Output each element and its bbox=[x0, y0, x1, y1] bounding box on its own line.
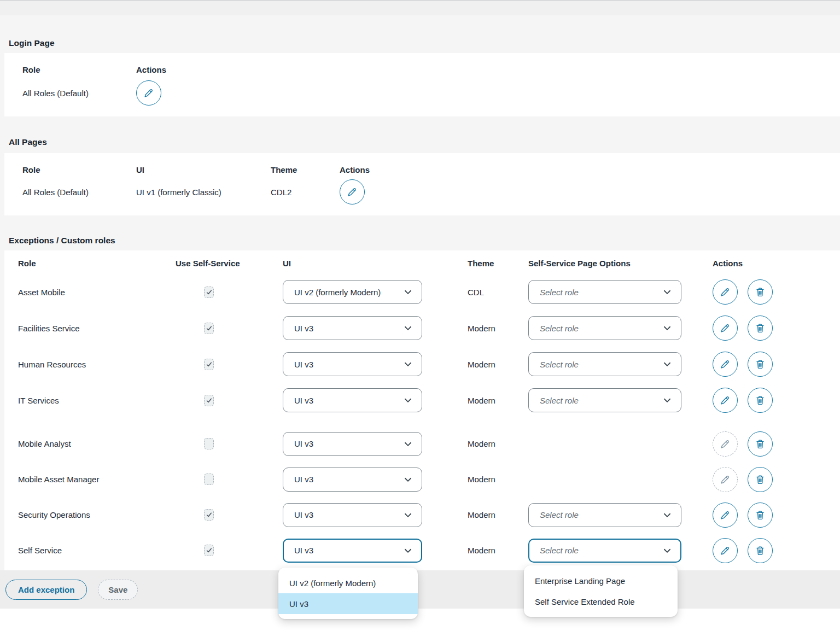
trash-icon bbox=[754, 474, 766, 486]
ui-select[interactable]: UI v3 bbox=[283, 316, 422, 340]
top-bar bbox=[0, 1, 840, 15]
role-label: Facilities Service bbox=[18, 324, 176, 333]
chevron-down-icon bbox=[403, 439, 413, 449]
edit-button bbox=[713, 431, 738, 457]
edit-button[interactable] bbox=[136, 80, 161, 106]
page-option-self-service-extended[interactable]: Self Service Extended Role bbox=[524, 591, 678, 612]
ui-option-v3[interactable]: UI v3 bbox=[278, 593, 418, 614]
check-icon bbox=[206, 397, 213, 404]
ui-select[interactable]: UI v3 bbox=[283, 503, 422, 527]
ui-select[interactable]: UI v2 (formerly Modern) bbox=[283, 280, 422, 304]
ex-col-actions: Actions bbox=[713, 259, 840, 268]
page-option-select[interactable]: Select role bbox=[528, 316, 681, 340]
pencil-icon bbox=[719, 509, 731, 521]
exception-row: IT Services UI v3 Modern Select role bbox=[18, 382, 840, 418]
edit-button[interactable] bbox=[713, 316, 738, 341]
delete-button[interactable] bbox=[748, 279, 773, 305]
ui-select[interactable]: UI v3 bbox=[283, 468, 422, 492]
page-option-select[interactable]: Select role bbox=[528, 503, 681, 527]
ex-col-theme: Theme bbox=[468, 259, 528, 268]
ui-select[interactable]: UI v3 bbox=[283, 432, 422, 456]
use-self-service-checkbox[interactable] bbox=[204, 287, 214, 298]
page-option-select[interactable]: Select role bbox=[528, 388, 681, 412]
login-default-row: All Roles (Default) bbox=[22, 80, 840, 106]
page-option-select[interactable]: Select role bbox=[528, 352, 681, 376]
allpages-role-value: All Roles (Default) bbox=[22, 188, 136, 197]
edit-button[interactable] bbox=[340, 179, 365, 205]
chevron-down-icon bbox=[403, 510, 413, 520]
delete-button[interactable] bbox=[748, 503, 773, 528]
footer-action-bar: Add exception Save bbox=[0, 570, 840, 609]
delete-button[interactable] bbox=[748, 467, 773, 492]
pencil-icon bbox=[143, 87, 155, 99]
ui-option-v2[interactable]: UI v2 (formerly Modern) bbox=[278, 572, 418, 593]
ui-select[interactable]: UI v3 bbox=[283, 352, 422, 376]
delete-button[interactable] bbox=[748, 431, 773, 457]
chevron-down-icon bbox=[662, 510, 672, 520]
login-page-card: Role Actions All Roles (Default) bbox=[4, 53, 840, 116]
theme-label: Modern bbox=[468, 396, 528, 405]
role-label: Self Service bbox=[18, 546, 176, 555]
exceptions-title: Exceptions / Custom roles bbox=[9, 236, 840, 246]
trash-icon bbox=[754, 545, 766, 557]
delete-button[interactable] bbox=[748, 352, 773, 377]
delete-button[interactable] bbox=[748, 538, 773, 563]
use-self-service-checkbox[interactable] bbox=[204, 474, 214, 485]
exceptions-card: Role Use Self-Service UI Theme Self-Serv… bbox=[4, 250, 840, 570]
trash-icon bbox=[754, 358, 766, 370]
theme-label: Modern bbox=[468, 360, 528, 369]
edit-button[interactable] bbox=[713, 388, 738, 413]
exceptions-rows: Asset Mobile UI v2 (formerly Modern) CDL… bbox=[18, 274, 840, 568]
edit-button[interactable] bbox=[713, 352, 738, 377]
use-self-service-checkbox[interactable] bbox=[204, 323, 214, 334]
check-icon bbox=[206, 289, 213, 296]
role-label: Security Operations bbox=[18, 510, 176, 519]
save-button: Save bbox=[98, 580, 138, 600]
delete-button[interactable] bbox=[748, 388, 773, 413]
login-page-title: Login Page bbox=[9, 38, 840, 48]
page-options-dropdown-menu: Enterprise Landing Page Self Service Ext… bbox=[524, 565, 678, 617]
ui-select[interactable]: UI v3 bbox=[283, 388, 422, 412]
edit-button[interactable] bbox=[713, 279, 738, 305]
chevron-down-icon bbox=[403, 546, 413, 556]
chevron-down-icon bbox=[403, 359, 413, 369]
use-self-service-checkbox[interactable] bbox=[204, 509, 214, 521]
chevron-down-icon bbox=[662, 395, 672, 405]
pencil-icon bbox=[719, 394, 731, 406]
trash-icon bbox=[754, 322, 766, 334]
pencil-icon bbox=[719, 474, 731, 486]
chevron-down-icon bbox=[662, 546, 672, 556]
allpages-theme-value: CDL2 bbox=[271, 188, 340, 197]
role-label: Mobile Asset Manager bbox=[18, 475, 176, 484]
ui-select[interactable]: UI v3 bbox=[283, 539, 422, 563]
check-icon bbox=[206, 547, 213, 554]
allpages-col-role: Role bbox=[22, 165, 136, 175]
login-col-role: Role bbox=[22, 65, 136, 75]
allpages-col-actions: Actions bbox=[340, 165, 840, 175]
role-label: Asset Mobile bbox=[18, 288, 176, 297]
page-option-select[interactable]: Select role bbox=[528, 280, 681, 304]
theme-label: CDL bbox=[468, 288, 528, 297]
page-option-enterprise-landing[interactable]: Enterprise Landing Page bbox=[524, 570, 678, 591]
check-icon bbox=[206, 325, 213, 332]
add-exception-button[interactable]: Add exception bbox=[5, 580, 87, 600]
check-icon bbox=[206, 361, 213, 368]
use-self-service-checkbox[interactable] bbox=[204, 359, 214, 370]
edit-button[interactable] bbox=[713, 538, 738, 563]
trash-icon bbox=[754, 394, 766, 406]
use-self-service-checkbox[interactable] bbox=[204, 438, 214, 449]
page-option-select[interactable]: Select role bbox=[528, 539, 681, 563]
pencil-icon bbox=[719, 322, 731, 334]
use-self-service-checkbox[interactable] bbox=[204, 545, 214, 556]
delete-button[interactable] bbox=[748, 316, 773, 341]
role-label: Mobile Analyst bbox=[18, 439, 176, 448]
ex-col-role: Role bbox=[18, 259, 176, 268]
exception-row: Mobile Asset Manager UI v3 Modern bbox=[18, 461, 840, 497]
use-self-service-checkbox[interactable] bbox=[204, 395, 214, 406]
chevron-down-icon bbox=[403, 395, 413, 405]
chevron-down-icon bbox=[662, 323, 672, 333]
edit-button[interactable] bbox=[713, 503, 738, 528]
login-role-value: All Roles (Default) bbox=[22, 89, 136, 98]
exception-row: Human Resources UI v3 Modern Select role bbox=[18, 346, 840, 382]
chevron-down-icon bbox=[403, 287, 413, 297]
